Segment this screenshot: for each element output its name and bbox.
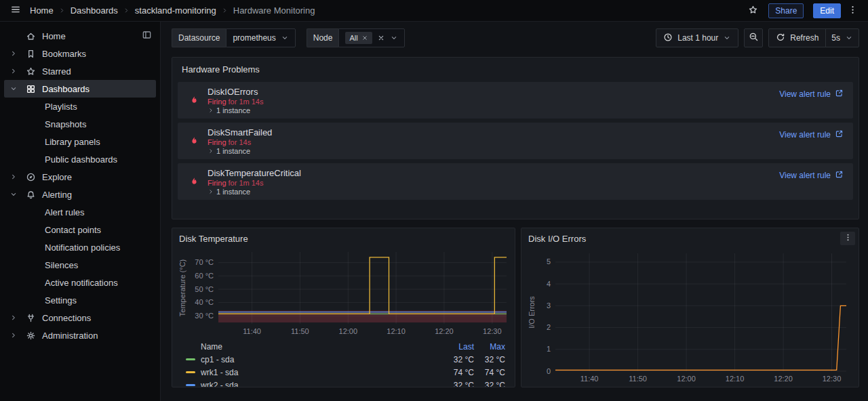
sidebar-item-snapshots[interactable]: Snapshots	[4, 115, 156, 133]
node-chip-label: All	[349, 34, 357, 42]
refresh-button[interactable]: Refresh	[768, 28, 826, 47]
chevron-right-icon[interactable]	[5, 49, 22, 58]
svg-text:12:10: 12:10	[726, 375, 745, 383]
breadcrumb-folder[interactable]: stackland-monitoring	[135, 5, 216, 16]
bell-icon	[22, 190, 39, 200]
chevron-down-icon	[845, 34, 853, 42]
refresh-label: Refresh	[790, 33, 818, 43]
external-link-icon	[835, 89, 844, 100]
sidebar-item-label: Bookmarks	[42, 49, 86, 59]
sidebar-item-alert-rules[interactable]: Alert rules	[4, 203, 156, 221]
svg-text:12:30: 12:30	[823, 375, 842, 383]
node-chip-all[interactable]: All	[345, 32, 372, 44]
svg-text:11:40: 11:40	[243, 327, 261, 335]
chevron-right-icon[interactable]	[5, 314, 22, 322]
sidebar-item-library-panels[interactable]: Library panels	[4, 133, 156, 150]
alert-row-diskioerrors: DiskIOErrors Firingfor 1m 14s 1 instance…	[178, 82, 853, 119]
svg-text:Temperature (°C): Temperature (°C)	[178, 259, 186, 316]
refresh-interval-picker[interactable]: 5s	[825, 28, 859, 47]
legend-row[interactable]: cp1 - sda 32 °C 32 °C	[178, 353, 509, 366]
close-icon[interactable]	[361, 35, 368, 41]
dashboard-more-button[interactable]	[844, 2, 861, 20]
sidebar-item-starred[interactable]: Starred	[4, 62, 156, 80]
legend-col-name[interactable]: Name	[186, 342, 436, 352]
fire-icon	[189, 176, 199, 187]
legend-row[interactable]: wrk1 - sda 74 °C 74 °C	[178, 366, 509, 379]
sidebar-item-public-dashboards[interactable]: Public dashboards	[4, 150, 156, 168]
sidebar-item-playlists[interactable]: Playlists	[4, 98, 156, 115]
chevron-right-icon[interactable]	[5, 331, 22, 339]
zoom-out-button[interactable]	[744, 28, 763, 47]
sidebar-item-settings[interactable]: Settings	[4, 291, 156, 309]
sidebar-item-label: Dashboards	[42, 84, 90, 94]
alert-name: DiskSmartFailed	[208, 127, 272, 138]
time-range-label: Last 1 hour	[677, 33, 718, 43]
breadcrumb-home[interactable]: Home	[30, 5, 54, 16]
svg-text:12:00: 12:00	[339, 327, 358, 335]
datasource-picker[interactable]: prometheus	[226, 28, 295, 47]
top-navigation: Home Dashboards stackland-monitoring Har…	[0, 0, 868, 22]
view-alert-rule-link[interactable]: View alert rule	[779, 170, 844, 181]
menu-button[interactable]	[7, 2, 24, 20]
share-button[interactable]: Share	[768, 3, 804, 18]
series-name[interactable]: wrk2 - sda	[201, 381, 238, 388]
panel-menu-button[interactable]	[840, 232, 855, 245]
series-name[interactable]: cp1 - sda	[201, 355, 234, 364]
sidebar-item-active-notifications[interactable]: Active notifications	[4, 274, 156, 291]
sidebar-item-label: Explore	[42, 172, 72, 182]
svg-text:12:20: 12:20	[774, 375, 793, 383]
chevron-right-icon	[208, 188, 214, 195]
svg-text:12:00: 12:00	[677, 375, 696, 383]
breadcrumb-dashboards[interactable]: Dashboards	[71, 5, 118, 16]
sidebar-item-alerting[interactable]: Alerting	[4, 186, 156, 203]
chevron-down-icon	[390, 34, 398, 42]
chevron-right-icon[interactable]	[5, 67, 22, 75]
svg-text:30 °C: 30 °C	[195, 312, 214, 320]
edit-button[interactable]: Edit	[813, 3, 841, 18]
node-label: Node	[307, 28, 339, 47]
sidebar-item-label: Public dashboards	[45, 154, 117, 165]
chevron-right-icon	[208, 148, 214, 154]
sidebar-item-notification-policies[interactable]: Notification policies	[4, 238, 156, 256]
charts-row: Disk Temperature 30 °C40 °C50 °C60 °C70 …	[172, 228, 859, 387]
alert-instances-toggle[interactable]: 1 instance	[208, 188, 301, 196]
clear-selection-icon[interactable]	[377, 34, 385, 42]
time-range-picker[interactable]: Last 1 hour	[656, 28, 738, 47]
legend-col-max[interactable]: Max	[474, 342, 505, 352]
chevron-down-icon[interactable]	[5, 190, 22, 198]
alert-instances-toggle[interactable]: 1 instance	[208, 147, 272, 155]
legend-row[interactable]: wrk2 - sda 32 °C 32 °C	[178, 379, 509, 387]
datasource-value: prometheus	[233, 33, 275, 43]
view-alert-rule-link[interactable]: View alert rule	[779, 89, 844, 100]
sidebar-item-connections[interactable]: Connections	[4, 309, 156, 326]
sidebar-item-contact-points[interactable]: Contact points	[4, 221, 156, 238]
sidebar-item-administration[interactable]: Administration	[4, 326, 156, 344]
series-max-value: 32 °C	[474, 355, 505, 364]
series-name[interactable]: wrk1 - sda	[201, 368, 238, 377]
chevron-right-icon[interactable]	[5, 173, 22, 181]
sidebar-item-bookmarks[interactable]: Bookmarks	[4, 45, 156, 62]
sidebar-item-label: Active notifications	[45, 278, 118, 288]
chevron-down-icon[interactable]	[5, 85, 22, 93]
external-link-icon	[835, 170, 844, 181]
view-alert-rule-link[interactable]: View alert rule	[779, 129, 844, 140]
dock-menu-button[interactable]	[142, 30, 152, 42]
node-picker[interactable]: All	[338, 28, 404, 47]
disk-temperature-chart[interactable]: 30 °C40 °C50 °C60 °C70 °C11:4011:5012:00…	[178, 248, 509, 339]
sidebar-item-silences[interactable]: Silences	[4, 256, 156, 274]
sidebar-item-label: Alerting	[42, 190, 72, 200]
svg-text:5: 5	[547, 257, 551, 266]
disk-io-errors-chart[interactable]: 01234511:4011:5012:0012:1012:2012:30I/O …	[527, 248, 853, 387]
sidebar-item-dashboards[interactable]: Dashboards	[4, 80, 156, 98]
alert-row-disksmartfailed: DiskSmartFailed Firingfor 14s 1 instance…	[178, 123, 853, 159]
alert-instances-toggle[interactable]: 1 instance	[208, 106, 263, 114]
sidebar-item-home[interactable]: Home	[4, 27, 156, 45]
alert-info: DiskIOErrors Firingfor 1m 14s 1 instance	[208, 87, 263, 114]
legend-col-last[interactable]: Last	[436, 342, 474, 352]
star-dashboard-button[interactable]	[744, 2, 762, 20]
fire-icon	[189, 95, 199, 106]
svg-text:11:50: 11:50	[291, 327, 309, 335]
panel-title: Hardware Problems	[176, 63, 854, 82]
sidebar-item-explore[interactable]: Explore	[4, 168, 156, 186]
svg-text:12:10: 12:10	[387, 327, 406, 335]
